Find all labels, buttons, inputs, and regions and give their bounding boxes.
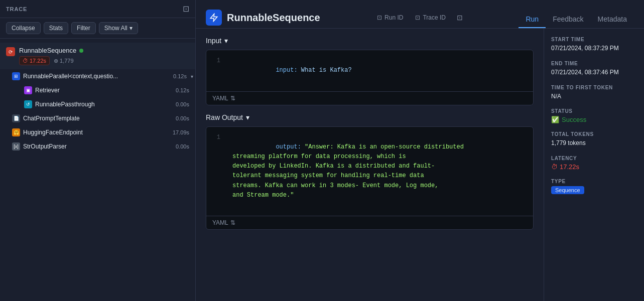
latency-section: LATENCY ⏱ 17.22s	[551, 156, 637, 171]
output-yaml-expand-icon: ⇅	[230, 219, 235, 226]
trace-copy-icon: ⊡	[415, 14, 420, 21]
run-id-button[interactable]: ⊡ Run ID	[374, 12, 406, 23]
input-key: input:	[276, 67, 297, 74]
end-time-label: END TIME	[551, 61, 637, 66]
input-line-numbers: 1	[206, 56, 226, 85]
check-circle-icon: ✅	[551, 116, 559, 123]
latency-badge: ⏱ 17.22s	[19, 56, 50, 65]
hf-icon: 🤗	[12, 128, 20, 136]
output-value: "Answer: Kafka is an open-source distrib…	[232, 143, 464, 199]
child-name-hf: HuggingFaceEndpoint	[23, 129, 170, 136]
end-time-section: END TIME 07/21/2024, 08:37:46 PM	[551, 61, 637, 77]
type-section: TYPE Sequence	[551, 179, 637, 194]
main-body: Input ▾ 1 input: What is Kafka? YAML ⇅ R…	[196, 29, 644, 301]
tokens-label: TOTAL TOKENS	[551, 131, 637, 137]
tokens-value: 1,779 tokens	[551, 139, 637, 147]
start-time-section: START TIME 07/21/2024, 08:37:29 PM	[551, 37, 637, 53]
sidebar-header: TRACE ⊡	[0, 0, 195, 18]
end-time-value: 07/21/2024, 08:37:46 PM	[551, 68, 637, 77]
child-time-retriever: 0.12s	[176, 87, 189, 93]
header-actions: ⊡ Run ID ⊡ Trace ID ⊡	[374, 12, 465, 24]
root-icon: ⟳	[6, 47, 15, 56]
start-time-label: START TIME	[551, 37, 637, 42]
child-time-prompt: 0.00s	[176, 115, 189, 121]
output-section-header[interactable]: Raw Output ▾	[206, 113, 534, 121]
output-key: output:	[276, 143, 301, 150]
input-value: What is Kafka?	[298, 67, 352, 74]
tab-feedback[interactable]: Feedback	[546, 11, 590, 28]
collapse-button[interactable]: Collapse	[6, 22, 41, 34]
child-name-parallel: RunnableParallel<context,questio...	[23, 73, 170, 80]
main-icon	[206, 10, 222, 26]
chevron-icon: ▾	[191, 74, 193, 79]
latency-value: ⏱ 17.22s	[551, 163, 637, 171]
filter-button[interactable]: Filter	[71, 22, 96, 34]
main-panel: RunnableSequence ⊡ Run ID ⊡ Trace ID ⊡ R…	[196, 0, 644, 301]
passthrough-icon: ↺	[24, 100, 32, 108]
input-yaml-footer[interactable]: YAML ⇅	[206, 91, 533, 105]
stats-button[interactable]: Stats	[44, 22, 68, 34]
trace-child-passthrough[interactable]: ↺ RunnablePassthrough 0.00s	[0, 97, 195, 111]
content-area: Input ▾ 1 input: What is Kafka? YAML ⇅ R…	[196, 29, 544, 301]
sidebar: TRACE ⊡ Collapse Stats Filter Show All ▾…	[0, 0, 196, 301]
output-code-block: 1 output: "Answer: Kafka is an open-sour…	[206, 126, 534, 230]
expand-sidebar-icon[interactable]: ⊡	[183, 4, 189, 14]
input-code-block: 1 input: What is Kafka? YAML ⇅	[206, 50, 534, 105]
trace-id-button[interactable]: ⊡ Trace ID	[412, 12, 449, 23]
prompt-icon: 📄	[12, 114, 20, 122]
output-line-numbers: 1	[206, 133, 226, 210]
start-time-value: 07/21/2024, 08:37:29 PM	[551, 44, 637, 53]
sidebar-toolbar: Collapse Stats Filter Show All ▾	[0, 18, 195, 39]
yaml-expand-icon: ⇅	[230, 95, 235, 102]
right-meta-panel: START TIME 07/21/2024, 08:37:29 PM END T…	[544, 29, 644, 301]
tab-metadata[interactable]: Metadata	[591, 11, 634, 28]
copy-icon: ⊡	[377, 14, 382, 21]
input-code-text: input: What is Kafka?	[226, 56, 358, 85]
parallel-icon: ⊞	[12, 72, 20, 80]
input-chevron-icon: ▾	[224, 37, 228, 45]
trace-child-parallel[interactable]: ⊞ RunnableParallel<context,questio... 0.…	[0, 69, 195, 83]
clock-red-icon: ⏱	[551, 163, 558, 171]
main-header: RunnableSequence ⊡ Run ID ⊡ Trace ID ⊡ R…	[196, 0, 644, 29]
root-name: RunnableSequence	[19, 47, 189, 54]
output-code-content: 1 output: "Answer: Kafka is an open-sour…	[206, 127, 533, 216]
child-name-prompt: ChatPromptTemplate	[23, 115, 173, 122]
main-title-row: RunnableSequence	[206, 10, 320, 26]
parser-icon: [x]	[12, 142, 20, 150]
trace-child-hf[interactable]: 🤗 HuggingFaceEndpoint 17.09s	[0, 125, 195, 139]
type-badge: Sequence	[551, 186, 584, 194]
output-yaml-footer[interactable]: YAML ⇅	[206, 216, 533, 229]
input-code-content: 1 input: What is Kafka?	[206, 50, 533, 91]
child-name-parser: StrOutputParser	[23, 143, 173, 150]
status-section: STATUS ✅ Success	[551, 108, 637, 123]
trace-root-item[interactable]: ⟳ RunnableSequence ⏱ 17.22s ⊕ 1,779	[0, 43, 195, 69]
ttft-section: TIME TO FIRST TOKEN N/A	[551, 85, 637, 101]
tokens-section: TOTAL TOKENS 1,779 tokens	[551, 131, 637, 147]
tabs-row: Run Feedback Metadata	[519, 11, 634, 28]
trace-child-retriever[interactable]: ▣ Retriever 0.12s	[0, 83, 195, 97]
ttft-label: TIME TO FIRST TOKEN	[551, 85, 637, 90]
trace-child-parser[interactable]: [x] StrOutputParser 0.00s	[0, 139, 195, 154]
child-time-parallel: 0.12s	[173, 73, 187, 79]
status-dot	[79, 49, 83, 53]
trace-child-prompt[interactable]: 📄 ChatPromptTemplate 0.00s	[0, 111, 195, 125]
root-meta: ⏱ 17.22s ⊕ 1,779	[19, 56, 189, 65]
child-name-passthrough: RunnablePassthrough	[35, 101, 173, 108]
child-name-retriever: Retriever	[35, 87, 173, 94]
expand-panel-button[interactable]: ⊡	[455, 12, 465, 24]
trace-tree: ⟳ RunnableSequence ⏱ 17.22s ⊕ 1,779	[0, 39, 195, 301]
child-time-passthrough: 0.00s	[176, 101, 189, 107]
root-content: RunnableSequence ⏱ 17.22s ⊕ 1,779	[19, 47, 189, 65]
clock-icon: ⏱	[23, 58, 28, 64]
ttft-value: N/A	[551, 92, 637, 101]
token-icon: ⊕	[54, 58, 58, 64]
tab-run[interactable]: Run	[519, 11, 546, 28]
status-label: STATUS	[551, 108, 637, 114]
output-chevron-icon: ▾	[246, 113, 249, 121]
status-value: ✅ Success	[551, 116, 637, 123]
input-section-header[interactable]: Input ▾	[206, 37, 534, 45]
child-time-parser: 0.00s	[176, 143, 189, 149]
sidebar-title: TRACE	[6, 6, 27, 12]
show-all-button[interactable]: Show All ▾	[99, 22, 138, 34]
token-badge: ⊕ 1,779	[54, 58, 74, 64]
